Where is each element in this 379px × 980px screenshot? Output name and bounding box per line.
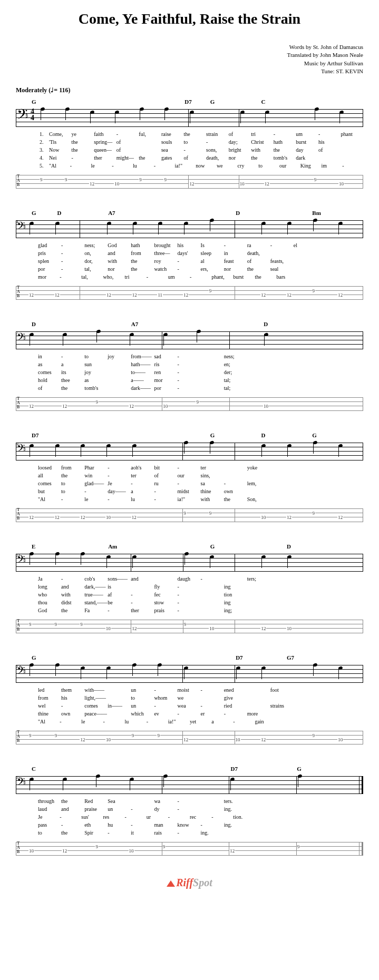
tab-note	[296, 398, 329, 410]
chord-row: EAmGD	[16, 543, 363, 552]
fret-number: 12	[132, 292, 138, 298]
notation-staff: 𝄢♯	[16, 665, 363, 683]
syllable: ing	[224, 599, 247, 606]
syllable: -	[177, 591, 200, 599]
fret-number: 12	[54, 292, 60, 298]
syllable: through	[38, 797, 61, 805]
fret-number: 10	[105, 737, 111, 742]
tab-note: 9	[297, 842, 330, 855]
syllable	[108, 368, 131, 376]
syllable: hath	[274, 138, 296, 146]
tab-note: 10	[129, 842, 162, 855]
note-slot	[80, 221, 106, 238]
syllable	[294, 495, 317, 503]
note-slot	[129, 777, 162, 793]
tab-note: 12	[286, 287, 312, 299]
syllable: pass	[38, 821, 61, 829]
tab-note: 9	[28, 620, 54, 633]
syllable	[247, 686, 270, 694]
syllable: ing;	[224, 606, 247, 614]
syllable: wa	[154, 797, 177, 805]
note-slot	[209, 554, 235, 571]
syllable	[340, 694, 363, 702]
tab-note: 12	[106, 287, 132, 299]
syllable	[317, 599, 340, 606]
syllable	[270, 487, 294, 495]
tab-note: 12	[80, 509, 105, 522]
syllable	[247, 599, 270, 606]
fret-number: 10	[162, 404, 168, 409]
syllable: to	[131, 694, 154, 702]
syllable: -	[61, 495, 84, 503]
tab-note: 10	[28, 842, 62, 855]
note-stem	[298, 776, 298, 787]
notation-staff: 𝄢♯44	[16, 109, 363, 127]
verse-number	[28, 352, 38, 360]
syllable: -	[61, 352, 84, 360]
fret-number: 12	[286, 292, 292, 298]
note-stem	[230, 779, 231, 790]
chord-symbol	[134, 654, 159, 663]
lyric-line: fromhislight,——towhomwegive	[28, 694, 363, 702]
syllable: ter	[131, 472, 154, 479]
syllable: thou	[38, 599, 61, 606]
syllable: led	[38, 686, 61, 694]
note-slot	[54, 665, 80, 682]
note-slot	[286, 554, 312, 571]
tab-note: 9	[131, 731, 157, 744]
syllable	[340, 368, 363, 376]
watermark: RiffSpot	[16, 877, 363, 889]
note-stem	[132, 556, 133, 568]
syllable: its	[61, 368, 84, 376]
syllable	[108, 694, 131, 702]
note-slot	[264, 110, 289, 126]
note-slot	[337, 221, 363, 238]
syllable: -	[177, 265, 200, 273]
syllable: -	[61, 241, 84, 249]
note-slot	[229, 777, 263, 793]
note-slot	[289, 110, 314, 126]
lyric-line: GodtheFa-therprais-ing;	[28, 606, 363, 614]
tab-note: 12	[62, 842, 95, 855]
syllable	[139, 138, 161, 146]
syllable: el	[294, 241, 317, 249]
syllable: the	[72, 146, 94, 154]
syllable: fly	[154, 583, 177, 591]
fret-number: 9	[80, 622, 83, 627]
syllable: sins,	[201, 472, 224, 479]
syllable: his	[177, 241, 200, 249]
syllable	[340, 702, 363, 710]
note-stem	[63, 779, 63, 790]
fret-number: 12	[286, 515, 292, 520]
syllable: rais	[154, 829, 177, 837]
syllable: 'Tis	[49, 138, 72, 146]
syllable: on,	[84, 249, 108, 257]
syllable: por	[38, 265, 61, 273]
tab-note	[196, 842, 229, 855]
fret-number: 12	[131, 626, 137, 631]
chord-symbol: G	[297, 766, 330, 774]
chord-symbol: G	[32, 654, 57, 663]
note-stem	[30, 779, 30, 790]
syllable: of	[38, 384, 61, 392]
note-slot	[139, 110, 163, 126]
syllable	[342, 813, 363, 821]
syllable	[247, 384, 270, 392]
syllable: might—	[116, 154, 139, 162]
chord-symbol: G	[210, 99, 236, 107]
watermark-icon	[167, 880, 175, 887]
syllable: daugh	[177, 575, 200, 583]
syllable	[294, 710, 317, 718]
syllable	[340, 829, 363, 837]
syllable	[201, 805, 224, 813]
syllable: glad——	[84, 479, 108, 487]
note-slot	[189, 110, 213, 126]
syllable	[270, 583, 294, 591]
chord-symbol: D7	[32, 432, 57, 440]
syllable	[318, 154, 341, 162]
syllable	[270, 805, 294, 813]
syllable	[201, 591, 224, 599]
syllable	[201, 368, 224, 376]
note-stem	[287, 223, 288, 234]
syllable	[108, 376, 131, 384]
